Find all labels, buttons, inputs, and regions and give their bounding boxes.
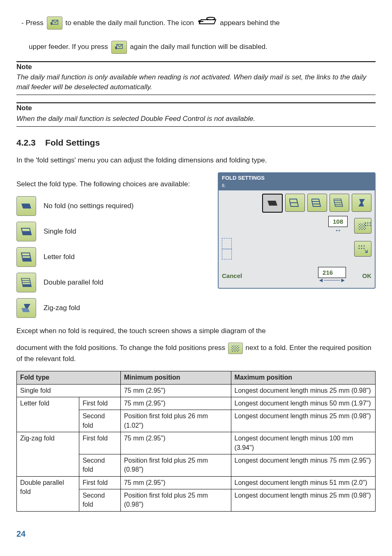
svg-point-4 xyxy=(367,222,369,224)
zigzag-fold-icon xyxy=(16,298,36,318)
hand-envelope-icon xyxy=(47,16,62,30)
text: Press xyxy=(25,19,45,27)
note-label: Note xyxy=(16,103,376,113)
fold-type-list: No fold (no settings required) Single fo… xyxy=(16,196,210,318)
section-intro: In the 'fold settings' menu you can adju… xyxy=(16,155,376,165)
hand-envelope-icon xyxy=(111,41,127,54)
fold-label: Letter fold xyxy=(44,252,75,262)
fold-label: No fold (no settings required) xyxy=(44,201,134,211)
note-body: The daily mail function is only availabl… xyxy=(16,72,376,95)
fold-single-row: Single fold xyxy=(16,222,210,241)
screen-title: FOLD SETTINGS xyxy=(222,175,265,181)
svg-point-9 xyxy=(359,246,360,247)
fold-label: Single fold xyxy=(44,227,76,236)
text: document with the fold positions. To cha… xyxy=(16,344,227,352)
fold-settings-screenshot: FOLD SETTINGS 8. 108 ↔ xyxy=(218,172,376,289)
svg-point-11 xyxy=(364,246,365,247)
section-number: 4.2.3 xyxy=(16,138,36,147)
section-title: Fold Settings xyxy=(45,138,100,147)
screen-letterfold-button[interactable] xyxy=(307,194,327,212)
svg-point-1 xyxy=(207,17,215,20)
fold-label: Double parallel fold xyxy=(44,278,104,287)
svg-point-7 xyxy=(367,225,369,226)
text: to enable the daily mail function. The i… xyxy=(65,19,196,27)
fold-none-row: No fold (no settings required) xyxy=(16,196,210,216)
cancel-button[interactable]: Cancel xyxy=(222,271,242,280)
fold-letter-row: Letter fold xyxy=(16,247,210,267)
letter-fold-icon xyxy=(16,247,36,267)
tray-icon xyxy=(198,16,217,31)
svg-point-12 xyxy=(359,248,360,249)
fold-label: Zig-zag fold xyxy=(44,303,80,313)
paragraph: Except when no fold is required, the tou… xyxy=(16,326,376,336)
instruction-list: Press to enable the daily mail function.… xyxy=(16,16,376,54)
single-fold-icon xyxy=(16,222,36,241)
select-text: Select the fold type. The following choi… xyxy=(16,179,210,189)
table-row: Zig-zag fold First fold 75 mm (2.95") Lo… xyxy=(17,432,376,454)
instruction-item: Press to enable the daily mail function.… xyxy=(29,16,376,54)
paper-diagram xyxy=(222,238,232,259)
adjust-position-icon xyxy=(228,343,243,354)
note-block: Note When the daily mail function is sel… xyxy=(16,102,376,127)
fold-double-row: Double parallel fold xyxy=(16,273,210,292)
note-block: Note The daily mail function is only ava… xyxy=(16,61,376,95)
screen-doublefold-button[interactable] xyxy=(330,194,349,212)
table-row: Double parallel fold First fold 75 mm (2… xyxy=(17,476,376,489)
note-label: Note xyxy=(16,62,376,72)
svg-point-14 xyxy=(364,248,365,249)
wizard-button-1[interactable] xyxy=(354,218,371,234)
page-number: 24 xyxy=(16,528,376,540)
th-fold-type: Fold type xyxy=(17,371,121,384)
no-fold-icon xyxy=(16,196,36,216)
screen-singlefold-button[interactable] xyxy=(285,194,305,212)
table-row: Letter fold First fold 75 mm (2.95") Lon… xyxy=(17,397,376,410)
text: again the daily mail function will be di… xyxy=(130,43,267,51)
paragraph: document with the fold positions. To cha… xyxy=(16,343,376,364)
th-max: Maximum position xyxy=(231,371,375,384)
wizard-button-2[interactable] xyxy=(354,241,371,257)
fold-positions-table: Fold type Minimum position Maximum posit… xyxy=(16,371,376,512)
text: appears behind the xyxy=(220,19,280,27)
section-heading: 4.2.3 Fold Settings xyxy=(16,137,376,148)
text: upper feeder. If you press xyxy=(29,43,110,51)
screen-nofold-button[interactable] xyxy=(262,194,283,213)
double-parallel-fold-icon xyxy=(16,273,36,292)
screen-zigzag-button[interactable] xyxy=(352,194,371,212)
screen-page: 8. xyxy=(222,183,226,188)
th-min: Minimum position xyxy=(120,371,231,384)
ok-button[interactable]: OK xyxy=(362,271,372,280)
fold-zigzag-row: Zig-zag fold xyxy=(16,298,210,318)
svg-point-5 xyxy=(370,222,371,224)
table-row: Single fold 75 mm (2.95") Longest docume… xyxy=(17,384,376,397)
svg-point-8 xyxy=(370,225,371,226)
svg-point-10 xyxy=(361,246,362,247)
svg-point-13 xyxy=(361,248,362,249)
note-body: When the daily mail function is selected… xyxy=(16,114,376,127)
